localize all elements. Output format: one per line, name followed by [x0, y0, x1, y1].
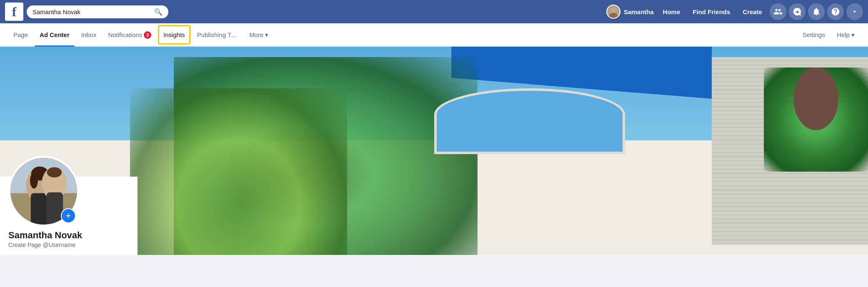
facebook-logo: f — [5, 2, 23, 21]
nav-item-publishing[interactable]: Publishing T… — [192, 23, 243, 47]
svg-rect-14 — [47, 192, 63, 225]
question-icon[interactable] — [827, 3, 844, 20]
profile-section: + Samantha Novak Create Page @Username — [0, 177, 138, 255]
search-icon: 🔍 — [154, 8, 163, 16]
nav-item-inbox[interactable]: Inbox — [76, 23, 102, 47]
add-icon: + — [66, 210, 71, 221]
nav-user[interactable]: Samantha — [606, 5, 654, 19]
balcony-arch — [434, 88, 625, 154]
page-nav-items: Page Ad Center Inbox Notifications 3 Ins… — [8, 23, 798, 47]
nav-home-link[interactable]: Home — [658, 5, 685, 19]
profile-avatar-wrap: + — [8, 156, 79, 227]
nav-item-page[interactable]: Page — [8, 23, 33, 47]
nav-item-ad-center[interactable]: Ad Center — [35, 23, 75, 47]
hanging-plant-element — [764, 67, 868, 172]
nav-item-insights[interactable]: Insights — [158, 25, 190, 45]
svg-rect-10 — [31, 193, 49, 225]
messenger-icon[interactable] — [789, 3, 805, 20]
nav-item-more[interactable]: More ▾ — [244, 23, 273, 47]
nav-settings[interactable]: Settings — [798, 28, 830, 42]
svg-point-13 — [47, 167, 62, 177]
add-photo-button[interactable]: + — [61, 208, 76, 223]
search-bar[interactable]: 🔍 — [27, 5, 168, 18]
cover-photo: + Samantha Novak Create Page @Username — [0, 47, 868, 255]
nav-help[interactable]: Help ▾ — [832, 28, 860, 42]
plant-element-2 — [130, 88, 347, 255]
balcony-element — [434, 88, 625, 182]
nav-center: Samantha Home Find Friends Create — [606, 3, 863, 20]
page-navigation: Page Ad Center Inbox Notifications 3 Ins… — [0, 23, 868, 47]
chevron-down-icon[interactable] — [846, 3, 863, 20]
notifications-badge: 3 — [144, 31, 151, 39]
profile-area: + Samantha Novak Create Page @Username — [0, 47, 868, 255]
avatar — [606, 5, 620, 19]
profile-sub: Create Page @Username — [8, 242, 129, 248]
profile-name: Samantha Novak — [8, 230, 129, 241]
nav-right: Settings Help ▾ — [798, 28, 860, 42]
nav-item-notifications[interactable]: Notifications 3 — [103, 23, 156, 47]
search-input[interactable] — [33, 8, 151, 15]
fb-logo-letter: f — [12, 5, 17, 18]
nav-find-friends-link[interactable]: Find Friends — [688, 5, 735, 19]
svg-point-1 — [611, 7, 616, 13]
svg-point-8 — [30, 173, 38, 189]
people-icon[interactable] — [770, 3, 786, 20]
bell-icon[interactable] — [808, 3, 825, 20]
nav-user-name: Samantha — [624, 8, 654, 15]
top-navigation: f 🔍 Samantha Home Find Friends Create — [0, 0, 868, 23]
nav-create-link[interactable]: Create — [738, 5, 767, 19]
